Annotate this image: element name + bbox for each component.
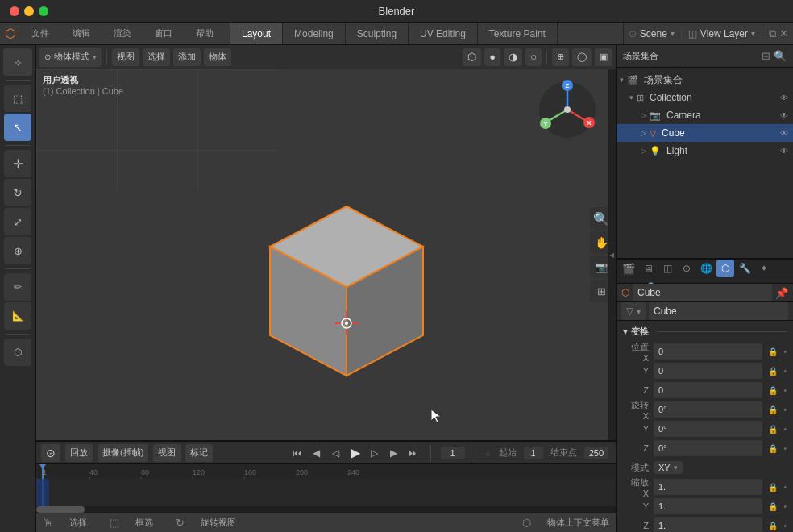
viewport-xray[interactable]: ▣ [595, 48, 612, 66]
view-menu[interactable]: 视图 [112, 48, 139, 66]
viewlayer-selector[interactable]: View Layer [700, 28, 748, 39]
timeline-scrollbar[interactable] [36, 506, 616, 513]
annotate-tool[interactable]: ✏ [4, 273, 31, 301]
cursor-tool[interactable]: ↖ [4, 114, 31, 141]
object-mode-dropdown[interactable]: ⊙ 物体模式 ▾ [39, 48, 102, 67]
transform-arrow[interactable]: ▾ [623, 326, 628, 337]
menu-window[interactable]: 窗口 [143, 27, 184, 39]
start-frame-input[interactable]: 1 [524, 447, 543, 459]
cube-vis[interactable]: 👁 [780, 129, 788, 138]
timeline-menu-icon[interactable]: ⊙ [41, 444, 60, 462]
rot-y-field[interactable]: 0° [654, 421, 762, 437]
axes-gizmo[interactable]: Z X Y [535, 77, 600, 142]
prop-render[interactable]: 🎬 [620, 260, 637, 277]
close-scene-icon[interactable]: ✕ [779, 27, 788, 39]
view-menu-tl[interactable]: 视图 [153, 444, 181, 462]
scene-dropdown-icon[interactable]: ▾ [671, 29, 675, 38]
loc-z-dot[interactable]: • [783, 386, 787, 395]
prev-keyframe-btn[interactable]: ◁ [329, 446, 343, 460]
end-frame-input[interactable]: 250 [584, 447, 608, 459]
mode-dropdown[interactable]: XY ▾ [654, 461, 683, 474]
loc-x-field[interactable]: 0 [654, 343, 762, 360]
loc-z-field[interactable]: 0 [654, 382, 762, 398]
tab-layout[interactable]: Layout [230, 23, 283, 44]
viewport-shading-wire[interactable]: ⬡ [463, 48, 481, 66]
outliner-cube[interactable]: ▷ ▽ Cube 👁 [617, 124, 793, 142]
data-type-dropdown[interactable]: ▽ ▾ [621, 302, 646, 320]
outliner-light[interactable]: ▷ 💡 Light 👁 [617, 142, 793, 160]
light-vis[interactable]: 👁 [780, 147, 788, 156]
prop-object[interactable]: ⬡ [716, 260, 734, 277]
mode-select-btn[interactable]: ⊹ [3, 48, 32, 76]
collection-vis[interactable]: 👁 [780, 94, 788, 102]
copy-icon[interactable]: ⧉ [769, 27, 776, 40]
next-keyframe-btn[interactable]: ▷ [367, 446, 382, 460]
timeline-ruler[interactable]: 1 40 80 120 160 200 240 [36, 464, 616, 513]
camera-vis[interactable]: 👁 [780, 111, 788, 120]
object-menu[interactable]: 物体 [204, 48, 231, 66]
playback-menu[interactable]: 回放 [65, 444, 93, 462]
outliner-filter-icon[interactable]: ⊞ [762, 50, 770, 62]
scale-y-dot[interactable]: • [783, 502, 787, 511]
tab-uv-editing[interactable]: UV Editing [409, 23, 478, 44]
viewport-overlays[interactable]: ◯ [572, 48, 592, 66]
prop-modifier[interactable]: 🔧 [736, 260, 754, 277]
rot-z-field[interactable]: 0° [654, 440, 762, 456]
select-menu[interactable]: 选择 [143, 48, 170, 66]
prop-output[interactable]: 🖥 [639, 260, 657, 277]
scale-tool[interactable]: ⤢ [4, 208, 31, 235]
menu-help[interactable]: 帮助 [185, 27, 225, 39]
viewport-3d[interactable]: 用户透视 (1) Collection | Cube Z X [36, 69, 616, 440]
rot-z-lock[interactable]: 🔒 [767, 443, 778, 454]
menu-file[interactable]: 文件 [20, 27, 60, 39]
transform-tool[interactable]: ⊕ [4, 237, 31, 264]
viewport-shading-material[interactable]: ◑ [504, 48, 522, 66]
menu-edit[interactable]: 编辑 [61, 27, 102, 39]
rot-y-dot[interactable]: • [783, 425, 787, 434]
loc-y-dot[interactable]: • [783, 367, 787, 376]
tab-texture-paint[interactable]: Texture Paint [478, 23, 558, 44]
move-tool[interactable]: ✛ [4, 150, 31, 177]
next-frame-btn[interactable]: ▶ [387, 446, 401, 460]
loc-z-lock[interactable]: 🔒 [767, 384, 778, 396]
loc-y-lock[interactable]: 🔒 [767, 365, 778, 376]
rot-x-field[interactable]: 0° [654, 401, 762, 418]
menu-render[interactable]: 渲染 [102, 27, 143, 39]
rot-x-lock[interactable]: 🔒 [767, 404, 778, 415]
outliner-scene-collection[interactable]: ▾ 🎬 场景集合 [617, 71, 793, 89]
panel-toggle[interactable]: ◀ [608, 69, 616, 440]
rot-x-dot[interactable]: • [783, 405, 787, 414]
loc-y-field[interactable]: 0 [654, 363, 762, 379]
prop-world[interactable]: 🌐 [697, 260, 715, 277]
add-menu[interactable]: 添加 [173, 48, 201, 66]
pin-icon[interactable]: 📌 [775, 287, 788, 299]
maximize-button[interactable] [39, 6, 48, 16]
data-name-field[interactable]: Cube [649, 302, 788, 320]
scroll-thumb[interactable] [36, 506, 85, 513]
scale-y-lock[interactable]: 🔒 [767, 501, 778, 512]
object-name-field[interactable]: Cube [633, 284, 772, 301]
prev-frame-btn[interactable]: ◀ [309, 446, 324, 460]
loc-x-lock[interactable]: 🔒 [767, 346, 778, 357]
prop-scene[interactable]: ⊙ [678, 260, 695, 277]
tab-modeling[interactable]: Modeling [283, 23, 346, 44]
outliner-search-icon[interactable]: 🔍 [774, 50, 787, 62]
scale-x-lock[interactable]: 🔒 [767, 481, 778, 493]
rotate-tool[interactable]: ↻ [4, 179, 31, 206]
blender-icon[interactable]: ⬡ [5, 26, 16, 41]
outliner-camera[interactable]: ▷ 📷 Camera 👁 [617, 106, 793, 124]
viewport-shading-render[interactable]: ○ [525, 48, 542, 66]
close-button[interactable] [10, 6, 19, 16]
loc-x-dot[interactable]: • [783, 347, 787, 356]
current-frame-input[interactable]: 1 [441, 447, 465, 459]
select-box-tool[interactable]: ⬚ [4, 85, 31, 112]
scale-y-field[interactable]: 1. [654, 498, 762, 514]
rot-z-dot[interactable]: • [783, 444, 787, 453]
outliner-collection[interactable]: ▾ ⊞ Collection 👁 [617, 89, 793, 106]
rot-y-lock[interactable]: 🔒 [767, 423, 778, 434]
capture-menu[interactable]: 摄像(插帧) [98, 444, 148, 462]
tab-sculpting[interactable]: Sculpting [346, 23, 409, 44]
skip-end-btn[interactable]: ⏭ [406, 446, 421, 460]
add-primitive-tool[interactable]: ⬡ [4, 339, 31, 366]
play-btn[interactable]: ▶ [348, 446, 363, 460]
